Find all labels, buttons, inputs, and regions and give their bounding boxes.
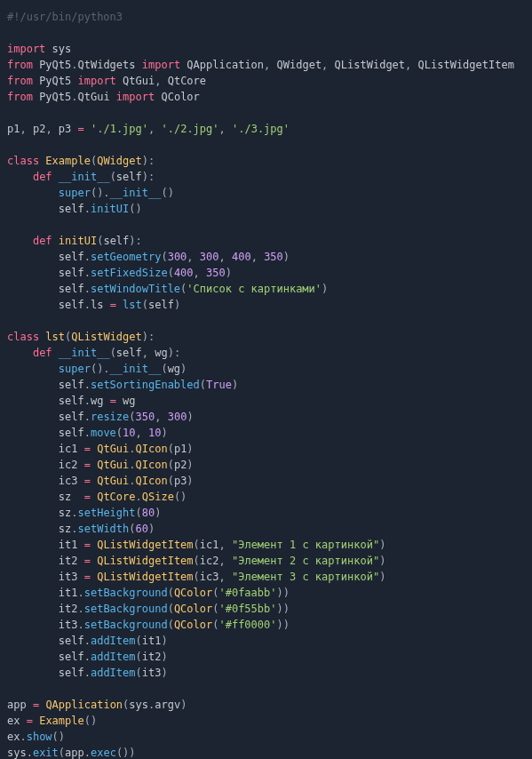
shebang-line: #!/usr/bin/python3 <box>7 11 123 23</box>
code-editor: #!/usr/bin/python3 import sys from PyQt5… <box>0 0 532 759</box>
